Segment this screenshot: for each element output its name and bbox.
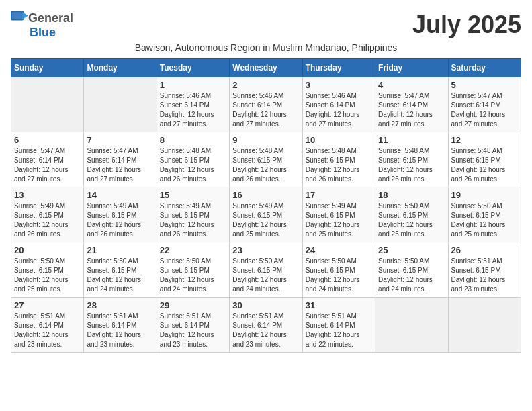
day-info: Sunrise: 5:50 AMSunset: 6:15 PMDaylight:… (306, 257, 372, 294)
calendar-cell (84, 77, 157, 132)
day-number: 27 (14, 300, 81, 310)
calendar-cell: 12Sunrise: 5:48 AMSunset: 6:15 PMDayligh… (448, 132, 521, 187)
day-header-monday: Monday (84, 59, 157, 77)
calendar-cell: 22Sunrise: 5:50 AMSunset: 6:15 PMDayligh… (157, 242, 229, 298)
day-number: 10 (306, 135, 372, 145)
calendar-cell: 13Sunrise: 5:49 AMSunset: 6:15 PMDayligh… (11, 187, 84, 242)
day-number: 15 (160, 190, 226, 200)
header: General Blue July 2025 (11, 11, 521, 40)
day-number: 11 (378, 135, 445, 145)
day-info: Sunrise: 5:51 AMSunset: 6:15 PMDaylight:… (451, 257, 518, 294)
day-info: Sunrise: 5:48 AMSunset: 6:15 PMDaylight:… (451, 146, 518, 184)
calendar-cell: 31Sunrise: 5:51 AMSunset: 6:14 PMDayligh… (302, 298, 375, 353)
calendar-cell: 18Sunrise: 5:50 AMSunset: 6:15 PMDayligh… (375, 187, 448, 242)
day-number: 6 (14, 135, 81, 145)
calendar-cell: 26Sunrise: 5:51 AMSunset: 6:15 PMDayligh… (448, 242, 521, 298)
calendar-cell: 10Sunrise: 5:48 AMSunset: 6:15 PMDayligh… (302, 132, 375, 187)
logo-general: General (28, 11, 73, 26)
day-info: Sunrise: 5:49 AMSunset: 6:15 PMDaylight:… (160, 201, 226, 239)
calendar-cell: 30Sunrise: 5:51 AMSunset: 6:14 PMDayligh… (230, 298, 302, 353)
day-header-friday: Friday (375, 59, 448, 77)
day-number: 2 (232, 80, 299, 90)
calendar-cell: 5Sunrise: 5:47 AMSunset: 6:14 PMDaylight… (448, 77, 521, 132)
day-info: Sunrise: 5:47 AMSunset: 6:14 PMDaylight:… (378, 91, 445, 129)
day-info: Sunrise: 5:50 AMSunset: 6:15 PMDaylight:… (378, 257, 445, 294)
day-number: 3 (306, 80, 372, 90)
calendar-cell: 4Sunrise: 5:47 AMSunset: 6:14 PMDaylight… (375, 77, 448, 132)
day-info: Sunrise: 5:51 AMSunset: 6:14 PMDaylight:… (306, 312, 372, 349)
day-info: Sunrise: 5:50 AMSunset: 6:15 PMDaylight:… (160, 257, 226, 294)
calendar-body: 1Sunrise: 5:46 AMSunset: 6:14 PMDaylight… (11, 77, 521, 353)
calendar-cell: 7Sunrise: 5:47 AMSunset: 6:14 PMDaylight… (84, 132, 157, 187)
day-info: Sunrise: 5:51 AMSunset: 6:14 PMDaylight:… (87, 312, 153, 349)
day-number: 31 (306, 300, 372, 310)
calendar-cell: 16Sunrise: 5:49 AMSunset: 6:15 PMDayligh… (230, 187, 302, 242)
calendar-week-3: 13Sunrise: 5:49 AMSunset: 6:15 PMDayligh… (11, 187, 521, 242)
day-number: 30 (232, 300, 299, 310)
day-number: 14 (87, 190, 153, 200)
day-number: 16 (232, 190, 299, 200)
day-info: Sunrise: 5:48 AMSunset: 6:15 PMDaylight:… (306, 146, 372, 184)
calendar-cell: 1Sunrise: 5:46 AMSunset: 6:14 PMDaylight… (157, 77, 229, 132)
day-number: 9 (232, 135, 299, 145)
logo-blue: Blue (30, 26, 56, 40)
day-info: Sunrise: 5:50 AMSunset: 6:15 PMDaylight:… (451, 201, 518, 239)
calendar-cell: 8Sunrise: 5:48 AMSunset: 6:15 PMDaylight… (157, 132, 229, 187)
day-info: Sunrise: 5:46 AMSunset: 6:14 PMDaylight:… (160, 91, 226, 129)
day-number: 18 (378, 190, 445, 200)
day-info: Sunrise: 5:49 AMSunset: 6:15 PMDaylight:… (232, 201, 299, 239)
day-info: Sunrise: 5:46 AMSunset: 6:14 PMDaylight:… (306, 91, 372, 129)
calendar-week-4: 20Sunrise: 5:50 AMSunset: 6:15 PMDayligh… (11, 242, 521, 298)
calendar-cell (11, 77, 84, 132)
day-info: Sunrise: 5:50 AMSunset: 6:15 PMDaylight:… (232, 257, 299, 294)
day-header-saturday: Saturday (448, 59, 521, 77)
day-number: 25 (378, 245, 445, 255)
calendar-cell: 6Sunrise: 5:47 AMSunset: 6:14 PMDaylight… (11, 132, 84, 187)
calendar-cell: 20Sunrise: 5:50 AMSunset: 6:15 PMDayligh… (11, 242, 84, 298)
day-header-tuesday: Tuesday (157, 59, 229, 77)
calendar-cell: 28Sunrise: 5:51 AMSunset: 6:14 PMDayligh… (84, 298, 157, 353)
day-header-thursday: Thursday (302, 59, 375, 77)
day-info: Sunrise: 5:48 AMSunset: 6:15 PMDaylight:… (160, 146, 226, 184)
day-info: Sunrise: 5:51 AMSunset: 6:14 PMDaylight:… (232, 312, 299, 349)
calendar-week-5: 27Sunrise: 5:51 AMSunset: 6:14 PMDayligh… (11, 298, 521, 353)
day-number: 24 (306, 245, 372, 255)
calendar-cell: 21Sunrise: 5:50 AMSunset: 6:15 PMDayligh… (84, 242, 157, 298)
day-header-wednesday: Wednesday (230, 59, 302, 77)
svg-marker-1 (22, 12, 28, 19)
day-number: 8 (160, 135, 226, 145)
day-header-sunday: Sunday (11, 59, 84, 77)
day-info: Sunrise: 5:50 AMSunset: 6:15 PMDaylight:… (87, 257, 153, 294)
day-number: 22 (160, 245, 226, 255)
day-info: Sunrise: 5:46 AMSunset: 6:14 PMDaylight:… (232, 91, 299, 129)
calendar-cell (375, 298, 448, 353)
day-number: 7 (87, 135, 153, 145)
page-subtitle: Bawison, Autonomous Region in Muslim Min… (11, 42, 521, 53)
calendar-cell: 24Sunrise: 5:50 AMSunset: 6:15 PMDayligh… (302, 242, 375, 298)
calendar-cell: 17Sunrise: 5:49 AMSunset: 6:15 PMDayligh… (302, 187, 375, 242)
day-number: 12 (451, 135, 518, 145)
calendar-week-2: 6Sunrise: 5:47 AMSunset: 6:14 PMDaylight… (11, 132, 521, 187)
month-title: July 2025 (412, 11, 521, 39)
calendar-week-1: 1Sunrise: 5:46 AMSunset: 6:14 PMDaylight… (11, 77, 521, 132)
day-info: Sunrise: 5:51 AMSunset: 6:14 PMDaylight:… (160, 312, 226, 349)
day-info: Sunrise: 5:48 AMSunset: 6:15 PMDaylight:… (232, 146, 299, 184)
logo: General Blue (11, 11, 73, 40)
calendar-cell: 14Sunrise: 5:49 AMSunset: 6:15 PMDayligh… (84, 187, 157, 242)
day-info: Sunrise: 5:50 AMSunset: 6:15 PMDaylight:… (14, 257, 81, 294)
day-info: Sunrise: 5:47 AMSunset: 6:14 PMDaylight:… (451, 91, 518, 129)
day-info: Sunrise: 5:49 AMSunset: 6:15 PMDaylight:… (87, 201, 153, 239)
calendar-cell: 29Sunrise: 5:51 AMSunset: 6:14 PMDayligh… (157, 298, 229, 353)
calendar-cell: 2Sunrise: 5:46 AMSunset: 6:14 PMDaylight… (230, 77, 302, 132)
day-info: Sunrise: 5:49 AMSunset: 6:15 PMDaylight:… (306, 201, 372, 239)
logo-icon (11, 11, 28, 26)
calendar-header-row: SundayMondayTuesdayWednesdayThursdayFrid… (11, 59, 521, 77)
day-number: 28 (87, 300, 153, 310)
day-number: 13 (14, 190, 81, 200)
day-info: Sunrise: 5:48 AMSunset: 6:15 PMDaylight:… (378, 146, 445, 184)
calendar-cell (448, 298, 521, 353)
calendar-cell: 27Sunrise: 5:51 AMSunset: 6:14 PMDayligh… (11, 298, 84, 353)
day-info: Sunrise: 5:47 AMSunset: 6:14 PMDaylight:… (14, 146, 81, 184)
day-number: 19 (451, 190, 518, 200)
calendar-cell: 9Sunrise: 5:48 AMSunset: 6:15 PMDaylight… (230, 132, 302, 187)
